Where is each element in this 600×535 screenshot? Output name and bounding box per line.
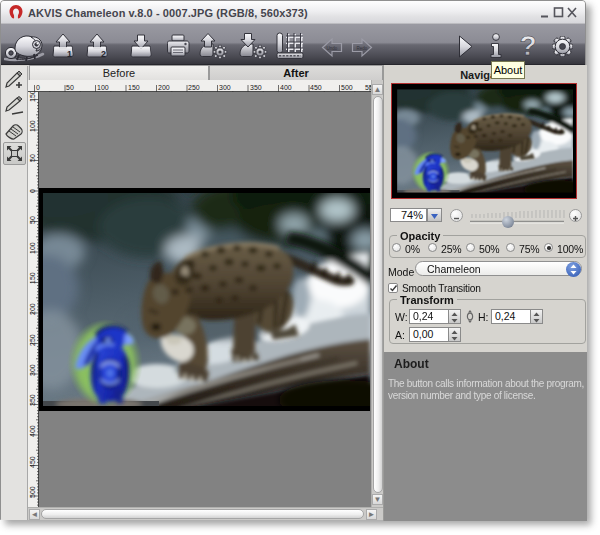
svg-text:500: 500 [341, 84, 353, 91]
svg-text:200: 200 [29, 303, 36, 315]
svg-text:100: 100 [29, 120, 36, 132]
svg-text:350: 350 [29, 394, 36, 406]
svg-text:400: 400 [29, 425, 36, 437]
svg-text:250: 250 [29, 334, 36, 346]
svg-text:50: 50 [66, 84, 74, 91]
svg-text:450: 450 [310, 84, 322, 91]
svg-text:450: 450 [29, 456, 36, 468]
svg-text:Redo: Redo [357, 46, 368, 51]
svg-text:150: 150 [128, 84, 140, 91]
svg-text:50: 50 [29, 154, 36, 162]
svg-text:100: 100 [29, 242, 36, 254]
svg-text:1: 1 [67, 49, 72, 59]
svg-text:Undo: Undo [327, 46, 338, 51]
svg-text:200: 200 [158, 84, 170, 91]
svg-text:100: 100 [97, 84, 109, 91]
svg-text:400: 400 [280, 84, 292, 91]
svg-text:250: 250 [188, 84, 200, 91]
svg-text:350: 350 [250, 84, 262, 91]
svg-text:300: 300 [29, 364, 36, 376]
svg-text:50: 50 [29, 216, 36, 224]
svg-text:?: ? [519, 32, 536, 59]
svg-text:500: 500 [29, 486, 36, 498]
svg-text:150: 150 [29, 272, 36, 284]
svg-text:0: 0 [29, 189, 36, 193]
svg-text:150: 150 [29, 92, 36, 102]
svg-text:2: 2 [101, 49, 106, 59]
svg-text:300: 300 [219, 84, 231, 91]
svg-text:0: 0 [36, 84, 40, 91]
